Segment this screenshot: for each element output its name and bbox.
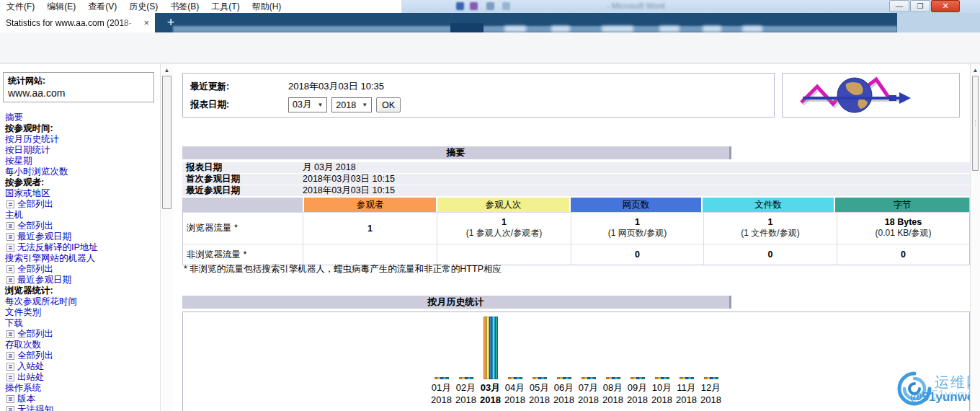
word-ribbon-blob: [742, 26, 762, 32]
menu-edit[interactable]: 编辑(E): [47, 1, 76, 13]
sidebar-item-robots[interactable]: 搜索引擎网站的机器人: [5, 253, 158, 264]
sidebar-scrollbar[interactable]: ▲: [160, 63, 173, 411]
sidebar-header-when: 按参观时间:: [5, 123, 158, 134]
sidebar-item-unknown[interactable]: 无法得知: [5, 405, 158, 411]
list-bullet-icon: [6, 352, 14, 360]
sidebar-item-full-list[interactable]: 全部列出: [5, 199, 158, 210]
menu-help[interactable]: 帮助(H): [252, 1, 282, 13]
sidebar-item-file-types[interactable]: 文件类别: [5, 307, 158, 318]
menu-tools[interactable]: 工具(T): [211, 1, 239, 13]
sidebar-item-entry[interactable]: 入站处: [5, 361, 158, 372]
word-ribbon-blob: [504, 26, 526, 32]
list-bullet-icon: [6, 406, 14, 411]
sidebar-item-countries[interactable]: 国家或地区: [5, 188, 158, 199]
sidebar-item-versions[interactable]: 版本: [5, 394, 158, 405]
screen: 文件(F) 编辑(E) 查看(V) 历史(S) 书签(B) 工具(T) 帮助(H…: [0, 0, 980, 411]
sidebar-item-full-list[interactable]: 全部列出: [5, 329, 158, 340]
month-column: 01月2018: [429, 315, 454, 405]
scroll-up-icon[interactable]: ▲: [971, 65, 980, 75]
menu-history[interactable]: 历史(S): [129, 1, 158, 13]
tab-close-icon[interactable]: ×: [143, 17, 149, 28]
scrollbar-thumb[interactable]: [972, 76, 979, 171]
info-row: 首次参观日期 2018年03月03日 10:15: [182, 174, 970, 185]
bytes-bar: [495, 317, 498, 379]
site-name: www.aa.com: [8, 87, 149, 99]
close-button[interactable]: ✕: [931, 0, 960, 12]
scrollbar-thumb[interactable]: [162, 76, 172, 209]
word-ribbon-blob: [703, 26, 721, 32]
month-column: 09月2018: [625, 315, 650, 405]
word-ribbon-home-tab: [450, 23, 484, 32]
watermark-site-name: 运维网: [935, 373, 970, 392]
sidebar-item-full-list[interactable]: 全部列出: [5, 264, 158, 275]
list-bullet-icon: [6, 276, 14, 284]
sidebar-nav: 摘要 按参观时间: 按月历史统计 按日期统计 按星期 每小时浏览次数 按参观者:…: [5, 112, 158, 411]
month-column: 06月2018: [552, 315, 576, 405]
menu-file[interactable]: 文件(F): [6, 1, 35, 13]
sidebar-item-last-visit[interactable]: 最近参观日期: [5, 231, 158, 242]
sidebar-item-last-visit[interactable]: 最近参观日期: [5, 275, 158, 286]
awstats-logo-icon: [796, 76, 918, 114]
sidebar-item-dayofweek[interactable]: 按星期: [5, 156, 158, 167]
word-ribbon-blob: [551, 26, 570, 32]
word-ribbon-blur: [173, 26, 897, 32]
sidebar-item-exit[interactable]: 出站处: [5, 372, 158, 383]
col-pages: 网页数: [569, 198, 701, 212]
list-bullet-icon: [6, 395, 14, 403]
sidebar-item-summary[interactable]: 摘要: [5, 112, 158, 123]
minimize-button[interactable]: —: [889, 0, 909, 12]
maximize-button[interactable]: ❐: [910, 0, 930, 12]
word-ribbon-blob: [602, 26, 633, 32]
list-bullet-icon: [6, 265, 14, 273]
sidebar-item-hosts[interactable]: 主机: [5, 210, 158, 221]
month-column: 02月2018: [454, 315, 478, 405]
word-quickaccess-icon: [470, 2, 478, 10]
monthly-history-chart: 01月2018 02月2018 03月2018 04月2018 05月2018 …: [182, 311, 970, 411]
col-bytes: 字节: [834, 198, 969, 212]
firefox-menu-bar: 文件(F) 编辑(E) 查看(V) 历史(S) 书签(B) 工具(T) 帮助(H…: [0, 0, 401, 13]
sidebar-item-hours[interactable]: 每小时浏览次数: [5, 167, 158, 177]
menu-bookmarks[interactable]: 书签(B): [170, 1, 199, 13]
word-ribbon-edge: [897, 13, 980, 32]
logo-box: [782, 73, 960, 118]
col-files: 文件数: [701, 198, 834, 212]
col-visits: 参观人次: [436, 198, 569, 212]
sidebar-item-os[interactable]: 操作系统: [5, 383, 158, 394]
list-bullet-icon: [6, 363, 14, 371]
firefox-tab-bar: Statistics for www.aa.com (2018- × +: [0, 13, 980, 32]
sidebar-item-daily[interactable]: 按日期统计: [5, 145, 158, 156]
update-box: 最近更新: 2018年03月03日 10:35 报表日期: 03月▼ 2018▼…: [182, 73, 775, 118]
info-row: 最近参观日期 2018年03月03日 10:15: [182, 185, 970, 196]
monthly-section-title: 按月历史统计: [182, 296, 731, 309]
word-quickaccess-icon: [486, 2, 494, 10]
month-select[interactable]: 03月▼: [288, 97, 327, 112]
menu-view[interactable]: 查看(V): [88, 1, 117, 13]
sidebar-item-downloads[interactable]: 下载: [5, 318, 158, 329]
col-visitors: 参观者: [303, 198, 436, 212]
corner-cell: [183, 198, 303, 212]
sidebar-item-full-list[interactable]: 全部列出: [5, 350, 158, 361]
info-row: 报表日期 月 03月 2018: [182, 162, 970, 173]
sidebar-item-pages-url[interactable]: 存取次数: [5, 340, 158, 350]
sidebar-header-navigation: 浏览器统计:: [5, 286, 158, 296]
list-bullet-icon: [6, 200, 14, 208]
sidebar-item-unresolved-ip[interactable]: 无法反解译的IP地址: [5, 242, 158, 253]
browser-tab[interactable]: Statistics for www.aa.com (2018- ×: [0, 13, 155, 32]
sidebar-item-monthly[interactable]: 按月历史统计: [5, 134, 158, 145]
month-column: 11月2018: [674, 315, 699, 405]
word-ribbon-blob: [659, 26, 680, 32]
sidebar-item-visit-duration[interactable]: 每次参观所花时间: [5, 296, 158, 307]
month-column-active: 03月2018: [478, 315, 503, 405]
main-scrollbar[interactable]: ▲: [970, 63, 980, 411]
list-bullet-icon: [6, 330, 14, 338]
summary-table: 参观者 参观人次 网页数 文件数 字节 浏览器流量 * 1 1(1 参观人次/参…: [182, 198, 970, 265]
ok-button[interactable]: OK: [376, 97, 401, 112]
scroll-up-icon[interactable]: ▲: [161, 65, 173, 75]
sidebar-item-full-list[interactable]: 全部列出: [5, 221, 158, 231]
month-column: 05月2018: [527, 315, 552, 405]
year-select[interactable]: 2018▼: [331, 97, 372, 112]
word-window-titlebar: - Microsoft Word — ❐ ✕: [401, 0, 980, 13]
summary-table-header: 参观者 参观人次 网页数 文件数 字节: [183, 198, 969, 212]
summary-footnote: * 非浏览的流量包括搜索引擎机器人，蠕虫病毒产生的流量和非正常的HTTP相应: [184, 263, 502, 275]
new-tab-button[interactable]: +: [161, 14, 180, 32]
